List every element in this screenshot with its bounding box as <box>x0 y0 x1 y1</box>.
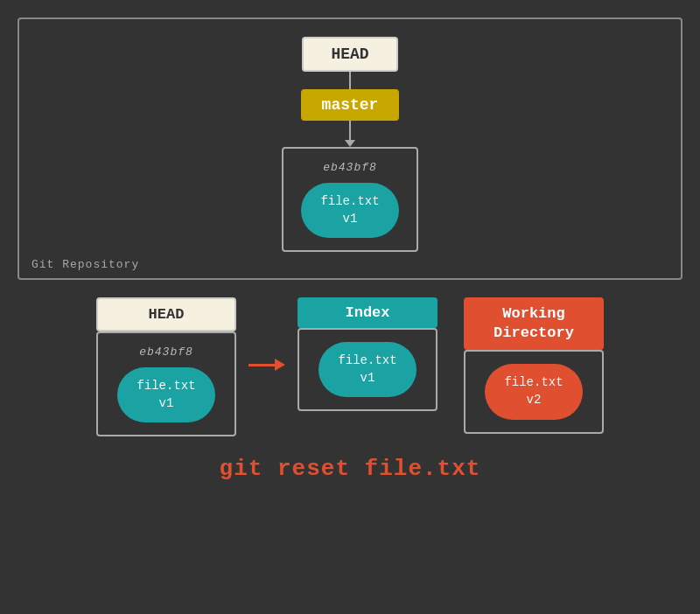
index-file-blob: file.txtv1 <box>318 342 416 397</box>
head-commit-hash: eb43bf8 <box>139 345 193 359</box>
arrow-right-line <box>248 364 275 366</box>
working-dir-header: WorkingDirectory <box>464 297 604 350</box>
head-master-connector <box>349 72 351 89</box>
commit-hash: eb43bf8 <box>323 161 377 174</box>
master-commit-arrow <box>345 121 355 147</box>
head-column-header: HEAD <box>96 297 236 331</box>
index-commit-container: file.txtv1 <box>298 328 438 411</box>
arrow-line <box>349 121 351 140</box>
git-command: git reset file.txt <box>220 456 481 482</box>
working-dir-column: WorkingDirectory file.txtv2 <box>464 297 604 433</box>
git-repository-diagram: HEAD master eb43bf8 file.txtv1 Git Repos… <box>18 17 682 280</box>
top-diagram-inner: HEAD master eb43bf8 file.txtv1 <box>46 37 654 252</box>
master-box: master <box>301 89 400 121</box>
index-column-header: Index <box>298 297 438 328</box>
arrow-right-container <box>245 359 289 371</box>
head-commit-container: eb43bf8 file.txtv1 <box>96 331 236 436</box>
index-column: Index file.txtv1 <box>298 297 438 411</box>
working-dir-file-blob: file.txtv2 <box>485 364 582 419</box>
commit-box: eb43bf8 file.txtv1 <box>282 147 417 252</box>
head-file-blob: file.txtv1 <box>117 367 214 422</box>
working-dir-container: file.txtv2 <box>464 350 604 433</box>
git-repo-label: Git Repository <box>32 258 139 271</box>
arrow-right-head <box>275 359 285 371</box>
arrow-right <box>248 359 285 371</box>
bottom-section: HEAD eb43bf8 file.txtv1 Index file.txtv1… <box>18 297 682 482</box>
head-box: HEAD <box>302 37 398 72</box>
arrow-triangle <box>345 140 355 147</box>
file-blob-v1: file.txtv1 <box>301 183 398 238</box>
head-column: HEAD eb43bf8 file.txtv1 <box>96 297 236 436</box>
bottom-row: HEAD eb43bf8 file.txtv1 Index file.txtv1… <box>18 297 682 436</box>
